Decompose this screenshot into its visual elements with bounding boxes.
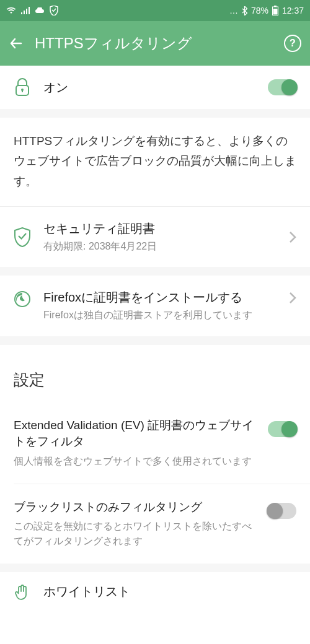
shield-icon xyxy=(50,6,58,15)
clock: 12:37 xyxy=(282,6,304,15)
hand-icon xyxy=(14,584,31,600)
blacklist-filter-row[interactable]: ブラックリストのみフィルタリング この設定を無効にするとホワイトリストを除いたす… xyxy=(0,484,310,564)
cloud-icon xyxy=(35,7,45,14)
page-title: HTTPSフィルタリング xyxy=(35,33,273,53)
battery-icon xyxy=(272,6,278,15)
battery-percent: 78% xyxy=(251,6,268,15)
main-toggle-row[interactable]: オン xyxy=(0,66,310,109)
shield-check-icon xyxy=(14,227,31,247)
svg-rect-9 xyxy=(22,90,23,92)
chevron-right-icon xyxy=(289,292,296,304)
cert-subtitle: 有効期限: 2038年4月22日 xyxy=(43,240,277,253)
description-text: HTTPSフィルタリングを有効にすると、より多くのウェブサイトで広告ブロックの品… xyxy=(0,118,310,206)
main-toggle-switch[interactable] xyxy=(268,79,296,95)
firefox-title: Firefoxに証明書をインストールする xyxy=(43,289,277,306)
help-button[interactable]: ? xyxy=(284,35,301,52)
main-toggle-label: オン xyxy=(43,79,255,96)
status-bar: … 78% 12:37 xyxy=(0,0,310,21)
whitelist-row[interactable]: ホワイトリスト xyxy=(0,572,310,600)
ev-subtitle: 個人情報を含むウェブサイトで多く使用されています xyxy=(14,454,257,469)
svg-rect-6 xyxy=(273,9,277,15)
security-cert-row[interactable]: セキュリティ証明書 有効期限: 2038年4月22日 xyxy=(0,207,310,267)
ev-filter-row[interactable]: Extended Validation (EV) 証明書のウェブサイトをフィルタ… xyxy=(0,402,310,484)
app-bar: HTTPSフィルタリング ? xyxy=(0,21,310,66)
blacklist-subtitle: この設定を無効にするとホワイトリストを除いたすべてがフィルタリングされます xyxy=(14,519,257,549)
firefox-cert-row[interactable]: Firefoxに証明書をインストールする Firefoxは独自の証明書ストアを利… xyxy=(0,276,310,336)
settings-header: 設定 xyxy=(0,345,310,402)
signal-icon xyxy=(21,7,30,14)
cert-title: セキュリティ証明書 xyxy=(43,220,277,237)
ev-switch[interactable] xyxy=(268,421,296,437)
bluetooth-icon xyxy=(242,6,247,15)
firefox-subtitle: Firefoxは独自の証明書ストアを利用しています xyxy=(43,308,277,322)
whitelist-title: ホワイトリスト xyxy=(43,583,130,600)
ev-title: Extended Validation (EV) 証明書のウェブサイトをフィルタ xyxy=(14,417,257,450)
svg-rect-1 xyxy=(24,11,25,14)
svg-rect-2 xyxy=(26,9,27,14)
svg-rect-0 xyxy=(21,12,22,14)
wifi-icon xyxy=(6,7,16,14)
lock-icon xyxy=(14,78,31,97)
back-button[interactable] xyxy=(9,36,24,51)
firefox-icon xyxy=(14,290,31,308)
blacklist-title: ブラックリストのみフィルタリング xyxy=(14,499,257,516)
more-icon: … xyxy=(229,6,238,15)
blacklist-switch[interactable] xyxy=(268,503,296,519)
chevron-right-icon xyxy=(289,231,296,243)
svg-rect-3 xyxy=(29,7,30,14)
